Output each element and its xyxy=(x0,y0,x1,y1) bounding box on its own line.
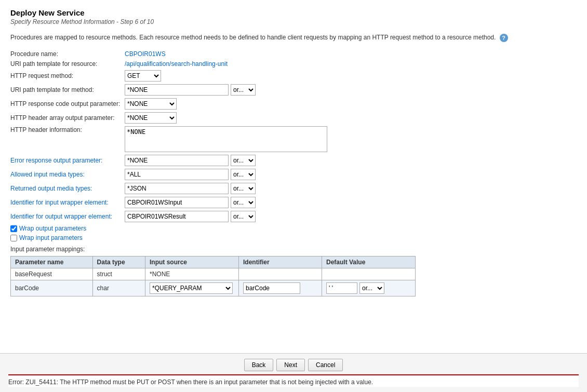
error-response-or-select[interactable]: or... xyxy=(231,155,256,166)
param-table: Parameter name Data type Input source Id… xyxy=(10,256,416,296)
cell-data-type-1: struct xyxy=(92,268,145,280)
http-request-method-row: HTTP request method: GET POST PUT DELETE… xyxy=(10,70,577,82)
wrap-output-row: Wrap output parameters xyxy=(10,225,577,232)
wrap-input-row: Wrap input parameters xyxy=(10,234,577,241)
http-header-array-row: HTTP header array output parameter: *NON… xyxy=(10,112,577,124)
returned-output-group: or... xyxy=(125,183,256,194)
wrap-output-label[interactable]: Wrap output parameters xyxy=(19,225,86,232)
col-header-param-name: Parameter name xyxy=(11,256,93,268)
cell-input-source-1: *NONE xyxy=(145,268,239,280)
col-header-identifier: Identifier xyxy=(239,256,322,268)
table-row: baseRequest struct *NONE xyxy=(11,268,416,280)
wrap-output-checkbox[interactable] xyxy=(10,225,17,232)
uri-path-method-row: URI path template for method: or... xyxy=(10,84,577,96)
cell-param-name-2: barCode xyxy=(11,280,93,296)
form-section: Procedure name: CBPOIR01WS URI path temp… xyxy=(10,50,577,296)
default-value-input-2[interactable] xyxy=(326,282,357,294)
default-value-group-2: or... xyxy=(326,282,411,294)
input-mappings-label: Input parameter mappings: xyxy=(10,246,577,253)
uri-path-method-input-group: or... xyxy=(125,84,256,96)
http-request-method-label: HTTP request method: xyxy=(10,72,125,79)
cell-identifier-1 xyxy=(239,268,322,280)
cell-param-name-1: baseRequest xyxy=(11,268,93,280)
allowed-input-row: Allowed input media types: or... xyxy=(10,169,577,180)
page-description: Procedures are mapped to resource method… xyxy=(10,33,577,42)
cancel-button[interactable]: Cancel xyxy=(308,359,343,371)
table-row: barCode char *QUERY_PARAM *NONE *PATH_PA… xyxy=(11,280,416,296)
http-response-code-row: HTTP response code output parameter: *NO… xyxy=(10,98,577,110)
cell-input-source-2: *QUERY_PARAM *NONE *PATH_PARAM *BODY *HE… xyxy=(145,280,239,296)
error-text: Error: ZUI_54411: The HTTP method must b… xyxy=(8,379,373,386)
identifier-output-row: Identifier for output wrapper element: o… xyxy=(10,211,577,222)
identifier-output-input[interactable] xyxy=(125,211,229,222)
identifier-input-input[interactable] xyxy=(125,197,229,208)
http-request-method-select[interactable]: GET POST PUT DELETE PATCH xyxy=(125,70,161,82)
http-header-info-row: HTTP header information: *NONE xyxy=(10,126,577,152)
identifier-input-label: Identifier for input wrapper element: xyxy=(10,199,125,206)
next-button[interactable]: Next xyxy=(276,359,305,371)
error-response-input-group: or... xyxy=(125,155,256,166)
page-subtitle: Specify Resource Method Information - St… xyxy=(10,18,577,25)
returned-output-or-select[interactable]: or... xyxy=(231,183,256,194)
wrap-input-label[interactable]: Wrap input parameters xyxy=(19,234,83,241)
returned-output-label: Returned output media types: xyxy=(10,185,125,192)
col-header-data-type: Data type xyxy=(92,256,145,268)
identifier-input-or-select[interactable]: or... xyxy=(231,197,256,208)
uri-path-resource-row: URI path template for resource: /api/qua… xyxy=(10,60,577,67)
help-icon[interactable]: ? xyxy=(500,34,508,42)
http-header-array-label: HTTP header array output parameter: xyxy=(10,114,125,121)
uri-path-method-or-select[interactable]: or... xyxy=(231,84,256,96)
http-header-info-textarea[interactable]: *NONE xyxy=(125,126,327,152)
uri-path-method-label: URI path template for method: xyxy=(10,86,125,93)
input-source-select-2[interactable]: *QUERY_PARAM *NONE *PATH_PARAM *BODY *HE… xyxy=(150,282,233,294)
http-header-array-select[interactable]: *NONE xyxy=(125,112,177,124)
error-bar: Error: ZUI_54411: The HTTP method must b… xyxy=(8,374,579,387)
wrap-input-checkbox[interactable] xyxy=(10,235,17,241)
procedure-name-value: CBPOIR01WS xyxy=(125,50,166,58)
bottom-buttons: Back Next Cancel xyxy=(244,359,343,371)
identifier-output-or-select[interactable]: or... xyxy=(231,211,256,222)
identifier-input-group: or... xyxy=(125,197,256,208)
procedure-name-label: Procedure name: xyxy=(10,50,125,58)
back-button[interactable]: Back xyxy=(244,359,274,371)
cell-identifier-2 xyxy=(239,280,322,296)
procedure-name-row: Procedure name: CBPOIR01WS xyxy=(10,50,577,58)
error-response-row: Error response output parameter: or... xyxy=(10,155,577,166)
uri-path-method-input[interactable] xyxy=(125,84,229,96)
default-value-or-select-2[interactable]: or... xyxy=(359,282,384,294)
cell-default-value-1 xyxy=(322,268,416,280)
cell-default-value-2: or... xyxy=(322,280,416,296)
allowed-input-or-select[interactable]: or... xyxy=(231,169,256,180)
page-title: Deploy New Service xyxy=(10,8,577,17)
identifier-output-label: Identifier for output wrapper element: xyxy=(10,213,125,220)
http-header-info-label: HTTP header information: xyxy=(10,126,125,133)
cell-data-type-2: char xyxy=(92,280,145,296)
col-header-default-value: Default Value xyxy=(322,256,416,268)
col-header-input-source: Input source xyxy=(145,256,239,268)
http-response-code-label: HTTP response code output parameter: xyxy=(10,100,125,107)
returned-output-input[interactable] xyxy=(125,183,229,194)
error-response-input[interactable] xyxy=(125,155,229,166)
uri-path-resource-label: URI path template for resource: xyxy=(10,60,125,67)
allowed-input-input[interactable] xyxy=(125,169,229,180)
bottom-bar: Back Next Cancel Error: ZUI_54411: The H… xyxy=(0,353,587,392)
identifier-input-2[interactable] xyxy=(243,282,300,294)
allowed-input-label: Allowed input media types: xyxy=(10,171,125,178)
allowed-input-group: or... xyxy=(125,169,256,180)
uri-path-resource-value: /api/qualification/search-handling-unit xyxy=(125,60,228,67)
returned-output-row: Returned output media types: or... xyxy=(10,183,577,194)
identifier-output-group: or... xyxy=(125,211,256,222)
http-response-code-select[interactable]: *NONE xyxy=(125,98,177,110)
error-response-label: Error response output parameter: xyxy=(10,157,125,164)
identifier-input-row: Identifier for input wrapper element: or… xyxy=(10,197,577,208)
